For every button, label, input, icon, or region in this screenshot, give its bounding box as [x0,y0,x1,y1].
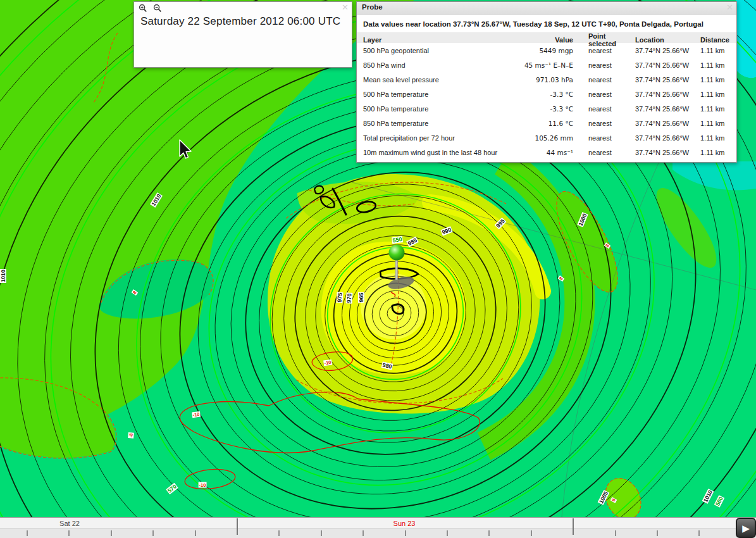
cell-distance: 1.11 km [700,120,731,127]
cell-distance: 1.11 km [700,105,731,113]
timeline-tick[interactable] [68,530,70,536]
cell-location: 37.74°N 25.66°W [635,120,700,127]
table-row: 500 hPa temperature -3.3 °C nearest 37.7… [357,101,736,116]
cell-value: 105.26 mm [491,134,573,142]
timeline-day-boundary[interactable] [237,518,238,535]
timeline-tick[interactable] [278,530,280,536]
cell-point-selected: nearest [573,76,635,84]
cell-value: -3.3 °C [491,105,573,113]
cell-layer: Total precipitation per 72 hour [363,134,491,142]
layer-panel-toolbar: ✕ [134,2,352,15]
table-row: 850 hPa wind 45 ms⁻¹ E–N–E nearest 37.74… [357,58,736,72]
cell-location: 37.74°N 25.66°W [635,61,700,69]
timeline-tick[interactable] [152,530,154,536]
cell-location: 37.74°N 25.66°W [635,47,700,54]
col-header-value: Value [491,36,573,44]
table-row: Total precipitation per 72 hour 105.26 m… [357,130,736,145]
cell-point-selected: nearest [573,47,635,54]
cell-value: 45 ms⁻¹ E–N–E [491,61,573,69]
map-datetime-title: Saturday 22 September 2012 06:00 UTC [140,15,352,28]
timeline-tick[interactable] [657,530,658,536]
timeline-tick[interactable] [111,530,112,536]
cell-point-selected: nearest [573,149,635,156]
timeline-tick[interactable] [615,530,616,536]
cell-layer: 10m maximum wind gust in the last 48 hou… [363,149,491,156]
probe-table-header: Layer Value Point selected Location Dist… [357,32,736,43]
timeline-day-label[interactable]: Sat 22 [59,520,80,527]
cell-layer: 500 hPa temperature [363,91,491,98]
cell-distance: 1.11 km [700,91,731,98]
col-header-layer: Layer [363,36,491,44]
cell-value: 11.6 °C [491,120,573,127]
timeline-tick-track[interactable] [0,528,756,538]
table-row: 500 hPa temperature -3.3 °C nearest 37.7… [357,87,736,101]
zoom-out-icon[interactable] [153,4,162,15]
layer-info-panel: ✕ Saturday 22 September 2012 06:00 UTC [133,1,352,68]
probe-subtitle: Data values near location 37.73°N 25.67°… [357,15,736,32]
col-header-location: Location [635,36,700,44]
zoom-in-icon[interactable] [139,4,147,15]
cell-location: 37.74°N 25.66°W [635,105,700,113]
probe-title: Probe [362,3,383,11]
probe-titlebar[interactable]: Probe ✕ [357,2,736,15]
probe-table-body: 500 hPa geopotential 5449 mgp nearest 37… [357,43,736,160]
play-button[interactable]: ▶ [736,518,756,538]
timeline-tick[interactable] [195,530,196,536]
cell-distance: 1.11 km [700,47,731,54]
cell-distance: 1.11 km [700,134,731,142]
cell-point-selected: nearest [573,105,635,113]
timeline-bar[interactable]: Sat 22Sun 23 ▶ [0,517,756,538]
cell-point-selected: nearest [573,61,635,69]
timeline-day-label[interactable]: Sun 23 [393,520,416,527]
col-header-distance: Distance [700,36,731,44]
cell-location: 37.74°N 25.66°W [635,149,700,156]
cell-point-selected: nearest [573,120,635,127]
timeline-tick[interactable] [531,530,532,536]
close-icon[interactable]: ✕ [726,3,733,11]
timeline-tick[interactable] [363,530,364,536]
timeline-tick[interactable] [447,530,448,536]
timeline-tick[interactable] [27,530,28,536]
cell-value: 971.03 hPa [491,76,573,84]
probe-panel: Probe ✕ Data values near location 37.73°… [356,1,737,163]
cell-distance: 1.11 km [700,149,731,156]
cell-location: 37.74°N 25.66°W [635,134,700,142]
table-row: 500 hPa geopotential 5449 mgp nearest 37… [357,43,736,58]
timeline-tick[interactable] [405,530,406,536]
col-header-point-selected: Point selected [573,32,635,47]
cell-layer: 500 hPa temperature [363,105,491,113]
cell-value: 5449 mgp [491,47,573,54]
table-row: 10m maximum wind gust in the last 48 hou… [357,145,736,160]
pin-head [389,245,405,261]
table-row: Mean sea level pressure 971.03 hPa neare… [357,72,736,87]
cell-layer: 850 hPa temperature [363,120,491,127]
cell-value: -3.3 °C [491,91,573,98]
cell-value: 44 ms⁻¹ [491,149,573,156]
table-row: 850 hPa temperature 11.6 °C nearest 37.7… [357,116,736,130]
timeline-tick[interactable] [698,530,700,536]
cell-point-selected: nearest [573,134,635,142]
cell-layer: Mean sea level pressure [363,76,491,84]
cell-location: 37.74°N 25.66°W [635,91,700,98]
cell-layer: 850 hPa wind [363,61,491,69]
cell-distance: 1.11 km [700,76,731,84]
timeline-tick[interactable] [488,530,490,536]
cell-location: 37.74°N 25.66°W [635,76,700,84]
cell-point-selected: nearest [573,91,635,98]
close-icon[interactable]: ✕ [342,3,349,11]
timeline-day-boundary[interactable] [573,518,574,535]
cell-layer: 500 hPa geopotential [363,47,491,54]
timeline-tick[interactable] [321,530,322,536]
cell-distance: 1.11 km [700,61,731,69]
